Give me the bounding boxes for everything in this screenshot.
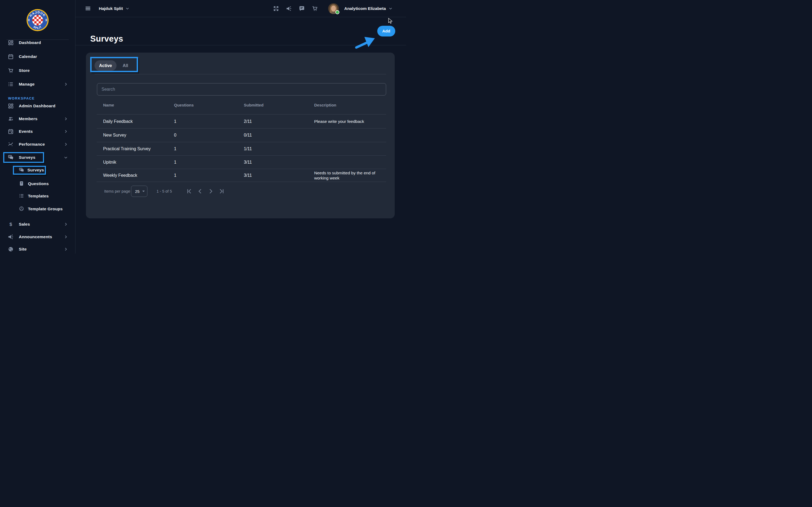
first-page-icon[interactable] bbox=[186, 188, 193, 194]
next-page-icon[interactable] bbox=[208, 188, 214, 194]
cell-questions: 1 bbox=[167, 173, 237, 178]
column-header-submitted: Submitted bbox=[237, 103, 308, 107]
cart-icon[interactable] bbox=[312, 5, 318, 11]
sidebar-item-label: Dashboard bbox=[19, 40, 41, 45]
calendar-icon bbox=[8, 54, 14, 60]
sidebar-item-site[interactable]: Site bbox=[0, 244, 75, 253]
chevron-right-icon bbox=[64, 235, 68, 239]
table-row[interactable]: Upitnik 1 3/11 bbox=[97, 156, 386, 169]
search-input[interactable] bbox=[97, 83, 386, 96]
page-title: Surveys bbox=[90, 34, 123, 44]
page-size-select[interactable]: 25 bbox=[131, 186, 147, 197]
online-status-dot bbox=[336, 10, 340, 14]
user-avatar[interactable] bbox=[328, 3, 339, 14]
cell-name: Daily Feedback bbox=[97, 119, 167, 124]
sidebar-item-label: Admin Dashboard bbox=[19, 104, 55, 108]
column-header-questions: Questions bbox=[167, 103, 237, 107]
sidebar-item-events[interactable]: Events bbox=[0, 126, 75, 137]
sidebar: HAJDUK SPLIT Dashboard bbox=[0, 0, 75, 253]
chevron-right-icon bbox=[64, 82, 68, 87]
hajduk-split-club-logo: HAJDUK SPLIT bbox=[26, 9, 49, 32]
club-selector[interactable]: Hajduk Split bbox=[99, 6, 130, 11]
items-per-page-label: Items per page bbox=[104, 189, 131, 193]
sidebar-subitem-label: Template Groups bbox=[28, 207, 62, 211]
workspace-section-label: WORKSPACE bbox=[8, 96, 35, 100]
sidebar-item-performance[interactable]: Performance bbox=[0, 139, 75, 150]
cell-name: Weekly Feedback bbox=[97, 173, 167, 178]
chevron-right-icon bbox=[64, 117, 68, 121]
chat-icon[interactable] bbox=[299, 6, 305, 11]
megaphone-icon[interactable] bbox=[286, 6, 292, 11]
cell-submitted: 0/11 bbox=[237, 133, 308, 137]
table-row[interactable]: Weekly Feedback 1 3/11 Needs to submitte… bbox=[97, 169, 386, 182]
sidebar-item-admin-dashboard[interactable]: Admin Dashboard bbox=[0, 101, 75, 111]
last-page-icon[interactable] bbox=[218, 188, 225, 194]
chevron-down-icon bbox=[389, 6, 393, 10]
tab-all[interactable]: All bbox=[119, 60, 132, 71]
chevron-right-icon bbox=[64, 247, 68, 251]
blue-arrow-annotation bbox=[356, 37, 375, 48]
megaphone-icon bbox=[8, 234, 14, 240]
sidebar-subitem-templates[interactable]: Templates bbox=[0, 191, 75, 202]
question-card-icon: ? bbox=[19, 181, 25, 187]
surveys-card: Active All Name Questions Submitted Desc… bbox=[86, 53, 395, 218]
tab-active[interactable]: Active bbox=[95, 60, 116, 71]
cell-submitted: 3/11 bbox=[237, 160, 308, 165]
cell-submitted: 3/11 bbox=[237, 173, 308, 178]
expand-icon[interactable] bbox=[273, 6, 279, 11]
sidebar-item-label: Manage bbox=[19, 82, 35, 87]
prev-page-icon[interactable] bbox=[197, 188, 203, 194]
sidebar-item-label: Performance bbox=[19, 142, 45, 147]
sidebar-subitem-label: Surveys bbox=[28, 168, 44, 172]
performance-icon bbox=[8, 142, 14, 147]
dollar-icon: $ bbox=[8, 221, 14, 227]
cell-submitted: 2/11 bbox=[237, 119, 308, 124]
dashboard-grid-icon bbox=[8, 40, 14, 46]
sidebar-item-members[interactable]: Members bbox=[0, 113, 75, 124]
sidebar-item-dashboard[interactable]: Dashboard bbox=[0, 37, 75, 48]
list-icon bbox=[8, 81, 14, 87]
chat-duo-icon bbox=[8, 155, 14, 160]
cart-icon bbox=[8, 68, 14, 73]
chevron-right-icon bbox=[64, 142, 68, 147]
sidebar-item-manage[interactable]: Manage bbox=[0, 79, 75, 90]
pagination: Items per page 25 1 - 5 of 5 bbox=[97, 185, 386, 197]
sidebar-item-store[interactable]: Store bbox=[0, 65, 75, 76]
sidebar-subitem-surveys[interactable]: Surveys bbox=[0, 166, 75, 175]
sidebar-subitem-label: Questions bbox=[28, 181, 49, 186]
tabs-divider bbox=[95, 74, 386, 74]
table-row[interactable]: Practical Training Survey 1 1/11 bbox=[97, 142, 386, 156]
cell-questions: 1 bbox=[167, 119, 237, 124]
user-menu[interactable]: Analyticom Elizabeta bbox=[344, 6, 393, 11]
chevron-down-icon bbox=[64, 155, 68, 160]
sidebar-subitem-label: Templates bbox=[28, 194, 49, 199]
cell-questions: 0 bbox=[167, 133, 237, 137]
hamburger-icon[interactable] bbox=[85, 6, 91, 11]
cell-description: Needs to submitted by the end of working… bbox=[308, 170, 386, 180]
app-window: HAJDUK SPLIT Dashboard bbox=[0, 0, 406, 253]
sidebar-subitem-template-groups[interactable]: Template Groups bbox=[0, 204, 75, 214]
caret-down-icon bbox=[142, 190, 145, 192]
surveys-table: Name Questions Submitted Description Dai… bbox=[97, 96, 386, 182]
sidebar-item-announcements[interactable]: Announcements bbox=[0, 231, 75, 242]
svg-text:?: ? bbox=[21, 182, 22, 185]
add-button[interactable]: Add bbox=[377, 26, 395, 37]
calendar-event-icon bbox=[8, 128, 14, 134]
cell-questions: 1 bbox=[167, 147, 237, 151]
table-row[interactable]: Daily Feedback 1 2/11 Please write your … bbox=[97, 115, 386, 128]
sidebar-item-calendar[interactable]: Calendar bbox=[0, 51, 75, 62]
sidebar-item-surveys[interactable]: Surveys bbox=[0, 152, 75, 163]
header-divider bbox=[75, 45, 406, 45]
list-icon bbox=[19, 193, 25, 199]
sidebar-subitem-questions[interactable]: ? Questions bbox=[0, 178, 75, 189]
table-row[interactable]: New Survey 0 0/11 bbox=[97, 128, 386, 142]
sidebar-item-label: Surveys bbox=[19, 155, 36, 160]
sidebar-item-sales[interactable]: $ Sales bbox=[0, 219, 75, 230]
column-header-name: Name bbox=[97, 103, 167, 107]
cell-questions: 1 bbox=[167, 160, 237, 165]
table-header-row: Name Questions Submitted Description bbox=[97, 96, 386, 115]
svg-text:$: $ bbox=[9, 222, 12, 227]
ball-icon bbox=[19, 206, 25, 212]
sidebar-item-label: Sales bbox=[19, 222, 30, 227]
cell-submitted: 1/11 bbox=[237, 147, 308, 151]
